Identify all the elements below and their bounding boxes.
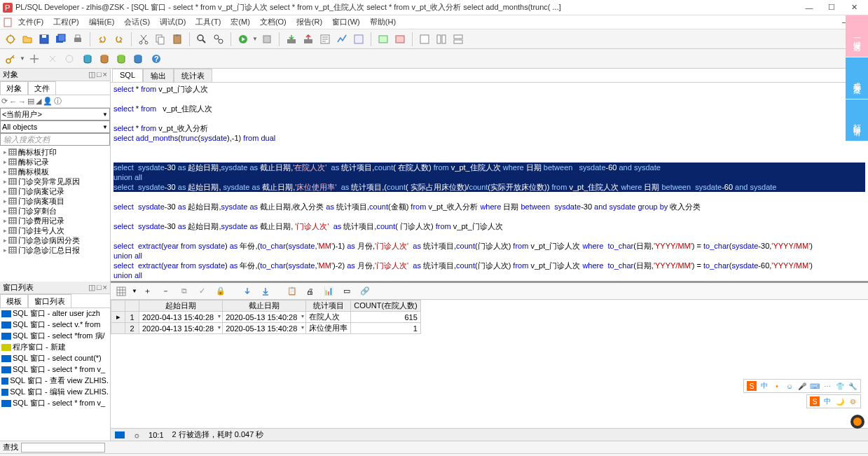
winlist-item[interactable]: SQL 窗口 - 编辑 view ZLHIS. <box>0 387 110 398</box>
tree-node[interactable]: ▸门诊急诊病因分类 <box>1 235 109 245</box>
print-icon[interactable] <box>70 32 85 47</box>
winlist-item[interactable]: SQL 窗口 - select count(*) <box>0 353 110 364</box>
tab-template[interactable]: 模板 <box>0 294 28 308</box>
menu-window[interactable]: 窗口(W) <box>328 15 364 29</box>
tree-node[interactable]: ▸门诊挂号人次 <box>1 226 109 235</box>
db3-icon[interactable] <box>113 51 129 67</box>
cut-icon[interactable] <box>136 32 151 47</box>
chart-icon[interactable]: 📊 <box>321 284 336 299</box>
tb-extra1[interactable] <box>351 32 366 47</box>
ime-skin-icon[interactable]: 👕 <box>835 381 845 391</box>
tb-win2[interactable] <box>434 32 449 47</box>
paste-icon[interactable] <box>170 32 185 47</box>
ime-bar-2[interactable]: S 中 🌙 ⚙ <box>806 394 861 408</box>
menu-macro[interactable]: 宏(M) <box>226 15 254 29</box>
link-icon[interactable]: 🔗 <box>357 284 373 299</box>
tb-extra3[interactable] <box>392 32 408 47</box>
objects-combo[interactable]: All objects▼ <box>0 120 110 133</box>
ime-emoji-icon[interactable]: ☺ <box>785 381 794 391</box>
tree-node[interactable]: ▸门诊突异常见原因 <box>1 177 109 186</box>
key-icon[interactable] <box>3 51 18 67</box>
tree-node[interactable]: ▸门诊费用记录 <box>1 216 109 226</box>
menu-edit[interactable]: 编辑(E) <box>85 15 119 29</box>
search-field[interactable] <box>21 443 105 452</box>
search-input[interactable]: 输入搜索文档 <box>0 133 110 146</box>
close-button[interactable]: ✕ <box>843 1 865 15</box>
ime-mic-icon[interactable]: 🎤 <box>797 381 807 391</box>
tb-extra2[interactable] <box>376 32 391 47</box>
refresh-icon[interactable]: ⟳ <box>1 97 8 106</box>
minimize-button[interactable]: — <box>798 1 820 15</box>
results-grid[interactable]: 起始日期截止日期统计项目COUNT(在院人数)▸12020-04-13 15:4… <box>111 300 421 334</box>
info-icon[interactable]: ⓘ <box>54 96 62 106</box>
ime-tool-icon[interactable]: 🔧 <box>848 381 857 391</box>
menu-help[interactable]: 帮助(H) <box>366 15 400 29</box>
expand-icon[interactable]: ◢ <box>36 97 41 106</box>
nav-back-icon[interactable]: ← <box>9 97 17 106</box>
tree-node[interactable]: ▸门诊病案项目 <box>1 196 109 206</box>
ime-bar-1[interactable]: S 中 • ☺ 🎤 ⌨ ⋯ 👕 🔧 <box>743 379 861 393</box>
ime-cn-icon[interactable]: 中 <box>759 381 769 391</box>
winlist-item[interactable]: SQL 窗口 - select * from v_ <box>0 364 110 375</box>
commit-icon[interactable] <box>284 32 299 47</box>
lock-icon[interactable]: 🔒 <box>213 284 228 299</box>
rollback-icon[interactable] <box>301 32 316 47</box>
tree-node[interactable]: ▸酶标记录 <box>1 157 109 167</box>
help-icon[interactable]: ? <box>149 51 164 67</box>
ime-more-icon[interactable]: ⋯ <box>822 381 832 391</box>
db2-icon[interactable] <box>97 51 112 67</box>
tree-node[interactable]: ▸门诊穿刺台 <box>1 206 109 216</box>
winlist-item[interactable]: SQL 窗口 - select * from v_ <box>0 398 110 409</box>
execute-icon[interactable] <box>235 32 251 47</box>
tree-node[interactable]: ▸酶标模板 <box>1 167 109 177</box>
export-icon[interactable]: 📋 <box>284 284 300 299</box>
panel-max[interactable]: □ <box>97 70 102 79</box>
fetch-icon[interactable] <box>240 284 255 299</box>
winlist-item[interactable]: SQL 窗口 - select v.* from <box>0 319 110 331</box>
menu-project[interactable]: 工程(P) <box>49 15 83 29</box>
find-icon[interactable] <box>194 32 209 47</box>
trace-icon[interactable] <box>334 32 350 47</box>
new-icon[interactable] <box>3 32 18 47</box>
menu-report[interactable]: 报告(R) <box>292 15 326 29</box>
winlist-item[interactable]: SQL 窗口 - 查看 view ZLHIS. <box>0 375 110 387</box>
sql-editor[interactable]: select * from v_pt_门诊人次 select * from v_… <box>111 83 868 281</box>
dup-row-icon[interactable]: ⧉ <box>177 284 192 299</box>
single-rec-icon[interactable]: ▭ <box>339 284 354 299</box>
tab-files[interactable]: 文件 <box>28 81 56 95</box>
object-tree[interactable]: ▸酶标板打印▸酶标记录▸酶标模板▸门诊突异常见原因▸门诊病案记录▸门诊病案项目▸… <box>0 146 110 282</box>
tab-sql[interactable]: SQL <box>112 69 143 82</box>
save-icon[interactable] <box>36 32 52 47</box>
tab-stats[interactable]: 统计表 <box>174 69 212 82</box>
user-icon[interactable]: 👤 <box>43 97 53 106</box>
del-row-icon[interactable]: － <box>158 284 174 299</box>
db-icon[interactable] <box>80 51 95 67</box>
db4-icon[interactable] <box>130 51 146 67</box>
print-grid-icon[interactable]: 🖨 <box>303 284 318 299</box>
undo-icon[interactable] <box>95 32 110 47</box>
menu-tools[interactable]: 工具(T) <box>191 15 225 29</box>
fetchall-icon[interactable] <box>258 284 273 299</box>
tb2-btn1[interactable] <box>27 51 42 67</box>
filter-icon[interactable]: ▤ <box>27 97 34 106</box>
winlist-item[interactable]: SQL 窗口 - select *from 病/ <box>0 331 110 342</box>
winlist-item[interactable]: 程序窗口 - 新建 <box>0 342 110 353</box>
menu-session[interactable]: 会话(S) <box>120 15 154 29</box>
menu-document[interactable]: 文档(O) <box>256 15 291 29</box>
stop-icon[interactable] <box>259 32 275 47</box>
ribbon-plan[interactable]: 成套方案 <box>846 57 868 99</box>
tree-node[interactable]: ▸酶标板打印 <box>1 147 109 157</box>
ime-kb-icon[interactable]: ⌨ <box>810 381 820 391</box>
menu-file[interactable]: 文件(F) <box>14 15 48 29</box>
grid-icon[interactable] <box>113 284 129 299</box>
explain-icon[interactable] <box>317 32 333 47</box>
tb-win3[interactable] <box>450 32 466 47</box>
tab-winlist[interactable]: 窗口列表 <box>28 294 71 308</box>
post-icon[interactable]: ✓ <box>195 284 210 299</box>
ime-punct-icon[interactable]: • <box>772 381 782 391</box>
add-row-icon[interactable]: ＋ <box>140 284 156 299</box>
copy-icon[interactable] <box>153 32 168 47</box>
ime2-gear[interactable]: ⚙ <box>848 396 857 406</box>
tb-win1[interactable] <box>417 32 432 47</box>
tab-output[interactable]: 输出 <box>143 69 174 82</box>
